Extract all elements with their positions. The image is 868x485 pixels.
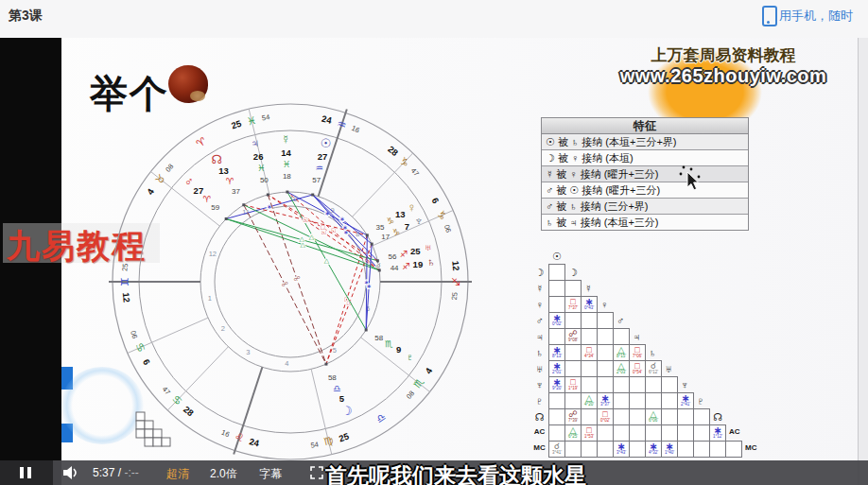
speed-button[interactable]: 2.0倍 [210,466,237,482]
sun-glyph: ☉ [321,136,332,150]
reception-row: ♂ 被 ♄ 接纳 (三分+界) [542,199,748,215]
pause-button[interactable] [0,460,53,485]
aspect-grid-cell [564,344,582,361]
aspect-grid-cell: ∗3°43' [613,441,630,458]
volume-icon[interactable] [62,465,79,480]
cusp-degree: 25 [338,430,351,443]
planet-minute: 18 [283,172,291,181]
aspect-orb: 7°06' [632,355,643,358]
aspect-grid-cell: △6°25' [564,424,582,442]
aspect-orb: 2°41' [680,403,691,407]
aspect-grid-cell: □1°19' [564,376,582,393]
aspect-grid-cell [629,424,646,442]
aspect-grid-cell [661,392,678,409]
grid-diagonal-label: ☉ [552,251,562,263]
aspect-grid-cell [613,408,630,425]
aspect-orb: 2°03' [616,371,627,374]
cusp-minute: 47 [409,166,421,178]
planet-degree: 9 [396,344,401,355]
zodiac-sign-glyph: ♓ [246,114,257,128]
aspect-grid-cell [725,441,742,458]
reception-row: ☉ 被 ♄ 接纳 (本垣+三分+界) [542,134,748,150]
mercury-glyph: ☿ [281,132,290,147]
planet-degree: 19 [413,259,424,269]
cusp-minute: 47 [161,385,172,396]
aspect-orb: 1°12' [712,435,723,439]
aspect-grid-cell [629,441,646,458]
aspect-orb: 7°39' [567,419,579,423]
planet-dot [378,268,381,271]
fullscreen-icon[interactable] [310,466,323,479]
grid-diagonal-label: ☿ [584,283,592,294]
planet-sign: ♓ [257,163,266,173]
zodiac-sign-glyph: ♒ [336,117,348,130]
aspect-grid-cell [548,296,565,313]
aspect-grid-cell [645,392,662,409]
planet-minute: 35 [376,223,385,232]
aspect-grid-cell: ∗1°12' [709,424,726,442]
aspect-grid-cell: □4°34' [581,344,598,361]
aspect-grid-cell [613,392,630,409]
captions-button[interactable]: 字幕 [259,466,282,482]
mars-glyph: ♂ [184,174,194,188]
aspect-grid-cell [548,424,565,442]
planet-sign: ♈ [203,194,212,204]
aspect-grid-cell [661,408,678,425]
grid-diagonal-label: ☊ [713,411,722,424]
planet-dot [324,363,327,366]
aspect-grid-cell [581,360,598,377]
pause-icon [20,467,24,478]
video-frame[interactable]: 上万套周易资料教程 www.265zhouyiw.com 举个 九易教程 ♊12… [0,38,868,485]
planet-degree: 7 [405,221,409,232]
aspect-orb: 8°13' [551,355,563,358]
grid-row-label: ♄ [533,347,546,358]
aspect-grid-cell: □1°53' [581,424,598,442]
zodiac-sign-glyph: ♈ [194,135,208,149]
reception-table-rows: ☉ 被 ♄ 接纳 (本垣+三分+界)☽ 被 ♀ 接纳 (本垣)☿ 被 ♀ 接纳 … [542,134,748,230]
aspect-grid-cell: ∗8°13' [548,344,565,361]
page-header: 第3课 用手机，随时 [0,0,868,39]
pause-icon [27,467,31,478]
opposition-aspect-mark: ☍ [282,281,288,287]
aspect-grid-cell [661,376,678,393]
aspect-orb: 6°25' [567,435,579,439]
aspect-grid-cell [581,328,598,345]
planet-degree: 27 [318,151,328,162]
planet-minute: 17 [381,233,390,241]
grid-row-label: ♀ [533,299,546,310]
player-control-bar: 5:37 / -:-- 超清 2.0倍 字幕 首先呢我们来去看这颗水星 [0,460,868,485]
current-time: 5:37 [93,466,114,479]
grid-diagonal-label: ♀ [600,299,608,310]
grid-diagonal-label: ♆ [681,379,688,390]
sextile-aspect-mark: ∗ [339,216,345,222]
grid-diagonal-label: AC [729,427,740,436]
aspect-grid-cell [709,441,726,458]
aspect-grid-cell: ∗9°20' [548,376,565,393]
aspect-orb: 3°37' [599,403,611,407]
planet-dot [267,193,269,196]
planet-degree: 13 [395,209,406,219]
grid-diagonal-label: ♇ [697,395,704,407]
grid-row-label: ♅ [533,363,546,374]
cusp-minute: 06 [129,329,139,339]
aspect-grid-cell [564,392,582,409]
aspect-grid-cell [548,280,565,297]
quality-button[interactable]: 超清 [166,466,189,482]
aspect-orb: 1°40' [664,451,675,455]
aspect-grid-cell: △2°03' [613,360,630,377]
aspect-grid-cell: △8°15' [613,344,630,361]
slide-edge [858,38,868,485]
sextile-aspect-mark: ∗ [366,283,372,289]
aspect-grid-cell: □0°02' [597,408,614,425]
aspect-orb: 1°19' [567,387,579,390]
mobile-hint-link[interactable]: 用手机，随时 [779,8,868,25]
watermark-title: 上万套周易资料教程 [610,44,837,66]
planet-minute: 37 [232,187,240,196]
aspect-grid-cell: ☍9°08' [564,328,582,345]
cusp-minute: 16 [220,428,231,440]
planet-sign: ♈ [226,176,234,186]
aspect-grid-cell: ∗1°40' [661,441,678,458]
aspect-grid-cell: ☌6°12' [645,360,662,377]
aspect-grid-cell [693,408,710,425]
aspect-grid-cell [597,344,614,361]
